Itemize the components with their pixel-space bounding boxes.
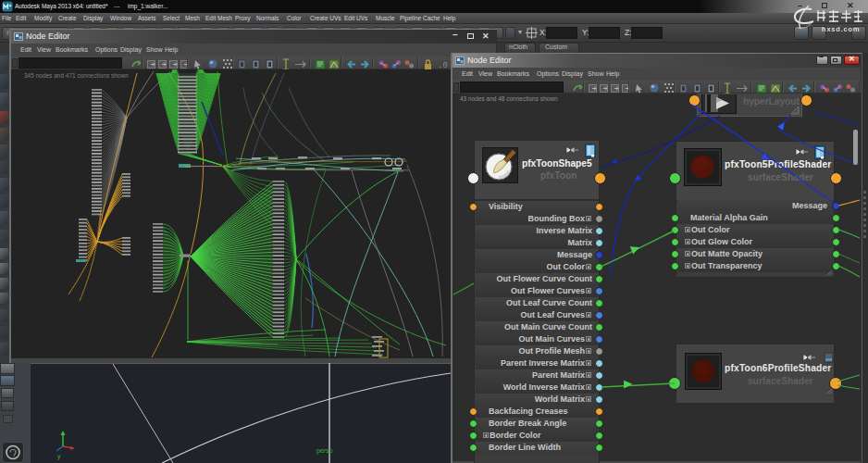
svg-text:persp: persp bbox=[316, 447, 333, 455]
svg-text:hxsd.com: hxsd.com bbox=[822, 25, 860, 33]
svg-text:y: y bbox=[57, 453, 61, 460]
